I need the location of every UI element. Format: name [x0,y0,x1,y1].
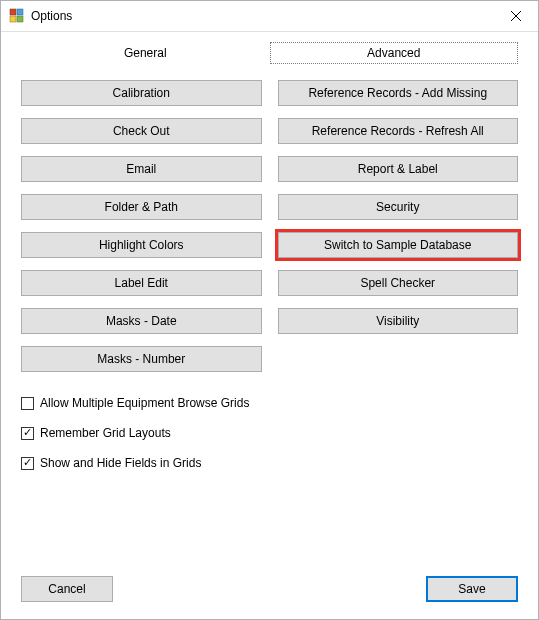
btn-spell-checker[interactable]: Spell Checker [278,270,519,296]
svg-rect-0 [10,9,16,15]
check-remember-grid-layouts[interactable]: Remember Grid Layouts [21,426,518,440]
btn-masks-number[interactable]: Masks - Number [21,346,262,372]
cancel-button[interactable]: Cancel [21,576,113,602]
close-button[interactable] [493,1,538,31]
options-columns: Calibration Check Out Email Folder & Pat… [21,80,518,372]
btn-ref-refresh-all[interactable]: Reference Records - Refresh All [278,118,519,144]
btn-email[interactable]: Email [21,156,262,182]
checkbox-icon [21,457,34,470]
btn-check-out[interactable]: Check Out [21,118,262,144]
btn-ref-add-missing[interactable]: Reference Records - Add Missing [278,80,519,106]
save-button[interactable]: Save [426,576,518,602]
btn-switch-sample-db[interactable]: Switch to Sample Database [278,232,519,258]
btn-calibration[interactable]: Calibration [21,80,262,106]
btn-folder-path[interactable]: Folder & Path [21,194,262,220]
checkbox-icon [21,427,34,440]
svg-rect-2 [10,16,16,22]
btn-highlight-colors[interactable]: Highlight Colors [21,232,262,258]
checkbox-label: Allow Multiple Equipment Browse Grids [40,396,249,410]
checkbox-label: Remember Grid Layouts [40,426,171,440]
svg-rect-3 [17,16,23,22]
btn-label-edit[interactable]: Label Edit [21,270,262,296]
window-title: Options [31,9,72,23]
tab-advanced[interactable]: Advanced [270,42,519,64]
btn-security[interactable]: Security [278,194,519,220]
tab-general[interactable]: General [21,42,270,64]
btn-report-label[interactable]: Report & Label [278,156,519,182]
svg-rect-1 [17,9,23,15]
check-show-hide-fields[interactable]: Show and Hide Fields in Grids [21,456,518,470]
app-icon [9,8,25,24]
check-allow-multiple-grids[interactable]: Allow Multiple Equipment Browse Grids [21,396,518,410]
right-column: Reference Records - Add Missing Referenc… [278,80,519,372]
checkbox-icon [21,397,34,410]
footer: Cancel Save [1,559,538,619]
options-window: Options General Advanced Calibration Che… [0,0,539,620]
left-column: Calibration Check Out Email Folder & Pat… [21,80,262,372]
checkbox-label: Show and Hide Fields in Grids [40,456,201,470]
btn-masks-date[interactable]: Masks - Date [21,308,262,334]
checkbox-group: Allow Multiple Equipment Browse Grids Re… [21,396,518,470]
btn-visibility[interactable]: Visibility [278,308,519,334]
content-area: General Advanced Calibration Check Out E… [1,32,538,559]
tabs-row: General Advanced [21,42,518,64]
titlebar: Options [1,1,538,31]
